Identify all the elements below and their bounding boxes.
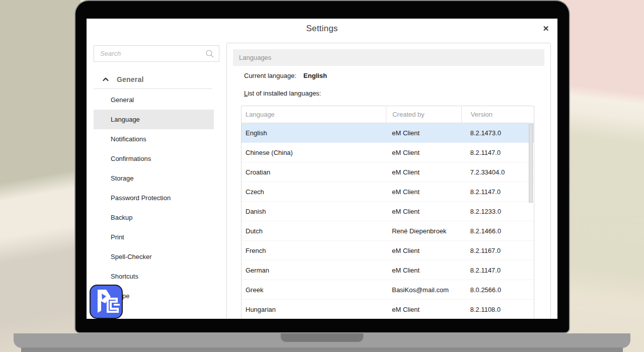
cell-language: Croatian [242, 162, 386, 182]
background-watercolor-left [0, 0, 80, 352]
sidebar-item-language[interactable]: Language [94, 110, 214, 129]
cell-language: Chinese (China) [242, 143, 386, 162]
sidebar-item-shortcuts[interactable]: Shortcuts [94, 267, 214, 286]
laptop-base-front-edge [21, 347, 623, 352]
current-language-value: English [303, 72, 327, 79]
page-title: Settings [87, 24, 557, 34]
cell-version: 7.2.33404.0 [461, 162, 534, 182]
cell-created-by: eM Client [386, 300, 461, 319]
sidebar-item-print[interactable]: Print [94, 227, 214, 247]
cell-created-by: eM Client [386, 260, 461, 280]
sidebar-item-password-protection[interactable]: Password Protection [94, 188, 214, 208]
cell-language: Czech [242, 182, 386, 201]
table-row-greek[interactable]: GreekBasiKos@mail.com8.0.2566.0 [242, 280, 534, 300]
chevron-up-icon [102, 76, 109, 83]
table-row-dutch[interactable]: DutchRené Diepenbroek8.2.1466.0 [242, 221, 534, 241]
cell-version: 8.2.1147.0 [461, 260, 534, 280]
languages-panel: Languages Current language:English List … [226, 43, 551, 319]
settings-sidebar: General GeneralLanguageNotificationsConf… [94, 45, 219, 306]
sidebar-item-general[interactable]: General [94, 90, 214, 110]
cell-language: French [242, 241, 386, 260]
sidebar-section-label: General [117, 75, 144, 83]
column-header-version[interactable]: Version [461, 106, 534, 123]
installed-languages-label: List of installed languages: [244, 90, 550, 97]
pc-logo [90, 285, 123, 319]
sidebar-item-confirmations[interactable]: Confirmations [94, 149, 214, 168]
cell-version: 8.2.1108.0 [461, 300, 534, 319]
cell-created-by: eM Client [386, 202, 461, 221]
cell-language: Greek [242, 280, 386, 299]
column-header-language[interactable]: Language [242, 106, 386, 123]
languages-table: LanguageCreated byVersion EnglisheM Clie… [241, 106, 534, 319]
cell-language: English [242, 123, 386, 142]
search-icon [205, 49, 214, 58]
table-row-croatian[interactable]: CroatianeM Client7.2.33404.0 [242, 162, 534, 182]
cell-version: 8.2.1466.0 [461, 221, 534, 240]
table-body: EnglisheM Client8.2.1473.0Chinese (China… [242, 123, 534, 319]
cell-created-by: eM Client [386, 241, 461, 260]
sidebar-section-general[interactable]: General [94, 72, 219, 87]
sidebar-items: GeneralLanguageNotificationsConfirmation… [94, 90, 219, 306]
cell-version: 8.2.1233.0 [461, 202, 534, 221]
cell-created-by: eM Client [386, 123, 461, 142]
cell-created-by: René Diepenbroek [386, 221, 461, 240]
current-language-row: Current language:English [244, 72, 550, 79]
cell-version: 8.2.1147.0 [461, 182, 534, 201]
cell-version: 8.2.1147.0 [461, 143, 534, 162]
cell-created-by: BasiKos@mail.com [386, 280, 461, 299]
pc-logo-glyph [91, 286, 122, 318]
background-watercolor-right [564, 0, 644, 352]
table-row-german[interactable]: GermaneM Client8.2.1147.0 [242, 260, 534, 280]
cell-language: German [242, 260, 386, 280]
sidebar-item-spell-checker[interactable]: Spell-Checker [94, 247, 214, 267]
table-row-french[interactable]: FrencheM Client8.2.1167.0 [242, 241, 534, 260]
table-row-hungarian[interactable]: HungarianeM Client8.2.1108.0 [242, 300, 534, 319]
sidebar-item-storage[interactable]: Storage [94, 168, 214, 188]
cell-version: 8.2.1167.0 [461, 241, 534, 260]
table-header: LanguageCreated byVersion [242, 106, 534, 123]
laptop-lid-notch [281, 333, 363, 342]
languages-banner: Languages [233, 49, 544, 66]
search-input[interactable] [94, 46, 219, 61]
cell-created-by: eM Client [386, 143, 461, 162]
cell-created-by: eM Client [386, 182, 461, 201]
table-row-danish[interactable]: DanisheM Client8.2.1233.0 [242, 202, 534, 221]
column-header-created-by[interactable]: Created by [386, 106, 462, 123]
current-language-label: Current language: [244, 72, 296, 79]
sidebar-item-notifications[interactable]: Notifications [94, 129, 214, 149]
search-box [94, 45, 219, 62]
table-row-english[interactable]: EnglisheM Client8.2.1473.0 [242, 123, 534, 143]
table-row-chinese-china-[interactable]: Chinese (China)eM Client8.2.1147.0 [242, 143, 534, 162]
cell-language: Dutch [242, 221, 386, 240]
cell-language: Hungarian [242, 300, 386, 319]
settings-window: Settings ✕ General GeneralLanguageNotifi… [87, 19, 557, 319]
table-scrollbar-thumb[interactable] [529, 124, 533, 203]
close-icon[interactable]: ✕ [539, 22, 552, 35]
sidebar-divider [94, 89, 212, 89]
cell-created-by: eM Client [386, 162, 461, 182]
cell-language: Danish [242, 202, 386, 221]
cell-version: 8.0.2566.0 [461, 280, 534, 299]
sidebar-item-backup[interactable]: Backup [94, 208, 214, 227]
table-row-czech[interactable]: CzecheM Client8.2.1147.0 [242, 182, 534, 202]
cell-version: 8.2.1473.0 [461, 123, 534, 142]
